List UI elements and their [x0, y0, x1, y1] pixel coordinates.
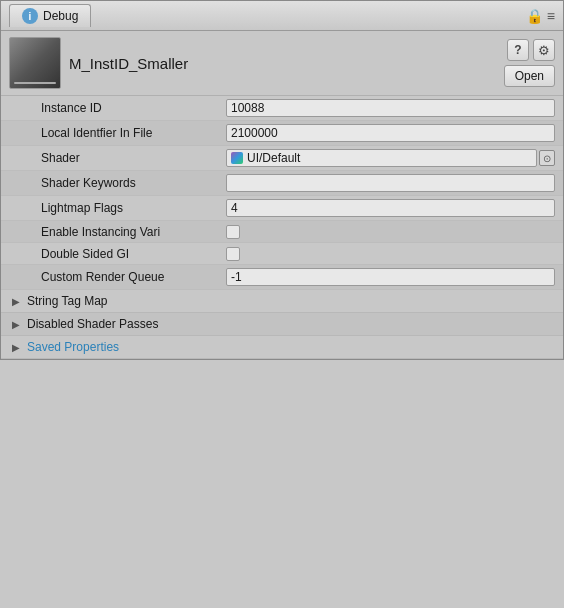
settings-button[interactable]: ⚙: [533, 39, 555, 61]
property-shader-keywords: Shader Keywords: [1, 171, 563, 196]
label-string-tag-map: String Tag Map: [27, 294, 108, 308]
label-lightmap-flags: Lightmap Flags: [41, 201, 226, 215]
property-render-queue: Custom Render Queue -1: [1, 265, 563, 290]
asset-header: M_InstID_Smaller ? ⚙ Open: [1, 31, 563, 96]
field-instance-id[interactable]: 10088: [226, 99, 555, 117]
lock-icon[interactable]: 🔒: [526, 8, 543, 24]
value-shader-keywords: [226, 174, 555, 192]
help-button[interactable]: ?: [507, 39, 529, 61]
checkbox-double-sided-gi[interactable]: [226, 247, 240, 261]
foldout-disabled-shader-passes[interactable]: ▶ Disabled Shader Passes: [1, 313, 563, 336]
inspector-body: Instance ID 10088 Local Identfier In Fil…: [1, 96, 563, 359]
menu-icon[interactable]: ≡: [547, 8, 555, 24]
shader-text: UI/Default: [247, 151, 300, 165]
label-saved-properties: Saved Properties: [27, 340, 119, 354]
info-icon: i: [22, 8, 38, 24]
icon-row: ? ⚙: [507, 39, 555, 61]
asset-thumbnail: [9, 37, 61, 89]
property-shader: Shader UI/Default ⊙: [1, 146, 563, 171]
property-double-sided-gi: Double Sided GI: [1, 243, 563, 265]
tab-label: Debug: [43, 9, 78, 23]
property-instancing: Enable Instancing Vari: [1, 221, 563, 243]
asset-header-right: ? ⚙ Open: [504, 39, 555, 87]
arrow-saved-properties: ▶: [9, 340, 23, 354]
shader-target-icon[interactable]: ⊙: [539, 150, 555, 166]
field-lightmap-flags[interactable]: 4: [226, 199, 555, 217]
foldout-string-tag-map[interactable]: ▶ String Tag Map: [1, 290, 563, 313]
value-double-sided-gi: [226, 247, 555, 261]
open-button[interactable]: Open: [504, 65, 555, 87]
value-instancing: [226, 225, 555, 239]
label-instance-id: Instance ID: [41, 101, 226, 115]
shader-dot-icon: [231, 152, 243, 164]
asset-name: M_InstID_Smaller: [69, 55, 496, 72]
arrow-string-tag-map: ▶: [9, 294, 23, 308]
property-instance-id: Instance ID 10088: [1, 96, 563, 121]
debug-tab[interactable]: i Debug: [9, 4, 91, 27]
value-instance-id: 10088: [226, 99, 555, 117]
field-shader-keywords[interactable]: [226, 174, 555, 192]
field-render-queue[interactable]: -1: [226, 268, 555, 286]
value-local-id: 2100000: [226, 124, 555, 142]
label-render-queue: Custom Render Queue: [41, 270, 226, 284]
value-shader: UI/Default ⊙: [226, 149, 555, 167]
inspector-window: i Debug 🔒 ≡ M_InstID_Smaller ? ⚙ Open In…: [0, 0, 564, 360]
field-local-id[interactable]: 2100000: [226, 124, 555, 142]
title-bar: i Debug 🔒 ≡: [1, 1, 563, 31]
arrow-disabled-shader-passes: ▶: [9, 317, 23, 331]
foldout-saved-properties[interactable]: ▶ Saved Properties: [1, 336, 563, 359]
value-lightmap-flags: 4: [226, 199, 555, 217]
label-shader: Shader: [41, 151, 226, 165]
label-disabled-shader-passes: Disabled Shader Passes: [27, 317, 158, 331]
label-instancing: Enable Instancing Vari: [41, 225, 226, 239]
label-double-sided-gi: Double Sided GI: [41, 247, 226, 261]
property-local-id: Local Identfier In File 2100000: [1, 121, 563, 146]
label-shader-keywords: Shader Keywords: [41, 176, 226, 190]
label-local-id: Local Identfier In File: [41, 126, 226, 140]
field-shader[interactable]: UI/Default: [226, 149, 537, 167]
title-bar-right: 🔒 ≡: [526, 8, 555, 24]
value-render-queue: -1: [226, 268, 555, 286]
checkbox-instancing[interactable]: [226, 225, 240, 239]
property-lightmap-flags: Lightmap Flags 4: [1, 196, 563, 221]
